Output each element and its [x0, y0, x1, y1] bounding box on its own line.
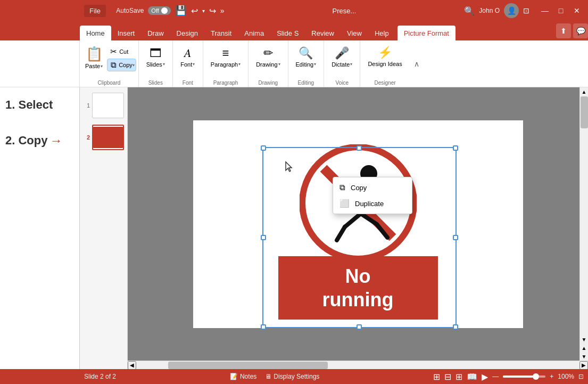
- clipboard-label: Clipboard: [98, 80, 121, 86]
- hscroll-left-button[interactable]: ◀: [128, 361, 136, 370]
- normal-view-icon[interactable]: ⊞: [433, 372, 440, 382]
- undo-dropdown-icon[interactable]: ▾: [202, 8, 205, 14]
- tab-slides[interactable]: Slide S: [270, 26, 305, 40]
- slides-button[interactable]: 🗖 Slides ▾: [143, 44, 168, 70]
- zoom-slider-track[interactable]: [503, 375, 545, 378]
- tab-anima[interactable]: Anima: [238, 26, 270, 40]
- restore-window-icon[interactable]: ⊡: [523, 6, 529, 15]
- paste-button[interactable]: 📋 Paste ▾: [82, 44, 106, 71]
- cut-icon: ✂: [110, 47, 117, 56]
- fit-slide-icon[interactable]: ⊡: [578, 373, 584, 380]
- tab-review[interactable]: Review: [305, 26, 341, 40]
- scroll-track[interactable]: [580, 96, 588, 335]
- undo-icon[interactable]: ↩: [191, 6, 198, 16]
- collapse-ribbon-button[interactable]: ∧: [410, 40, 424, 87]
- toggle-dot: [161, 7, 168, 14]
- drawing-button[interactable]: ✏ Drawing ▾: [253, 44, 283, 70]
- context-copy-label: Copy: [351, 184, 367, 192]
- handle-top-right[interactable]: [453, 145, 458, 151]
- tab-draw[interactable]: Draw: [141, 26, 170, 40]
- autosave-toggle[interactable]: Off: [148, 6, 170, 15]
- save-icon[interactable]: 💾: [175, 5, 187, 17]
- notes-button[interactable]: 📝 Notes: [230, 373, 256, 380]
- scroll-down-button[interactable]: ▼: [580, 335, 589, 344]
- font-icon: 𝐴: [184, 46, 191, 60]
- comment-icon[interactable]: 💬: [573, 23, 588, 38]
- zoom-slider[interactable]: [503, 375, 545, 378]
- design-ideas-button[interactable]: ⚡ Design Ideas: [365, 44, 405, 70]
- paragraph-button[interactable]: ≡ Paragraph ▾: [208, 44, 244, 70]
- redo-icon[interactable]: ↪: [209, 6, 216, 16]
- maximize-button[interactable]: □: [554, 4, 568, 18]
- editing-button[interactable]: 🔍 Editing ▾: [293, 44, 320, 70]
- search-icon[interactable]: 🔍: [464, 6, 475, 16]
- cut-button[interactable]: ✂ Cut: [107, 46, 136, 58]
- file-tab-btn[interactable]: File: [84, 5, 106, 17]
- handle-bottom-right[interactable]: [453, 324, 458, 330]
- tab-transit[interactable]: Transit: [204, 26, 238, 40]
- zoom-slider-thumb[interactable]: [533, 373, 539, 380]
- font-dropdown-icon[interactable]: ▾: [193, 62, 195, 67]
- tab-home[interactable]: Home: [80, 26, 111, 40]
- tab-view[interactable]: View: [341, 26, 368, 40]
- canvas-area[interactable]: No running: [128, 87, 588, 361]
- slide-sorter-icon[interactable]: ⊞: [456, 372, 462, 382]
- user-name: John O: [479, 7, 500, 14]
- reading-view-icon[interactable]: 📖: [467, 372, 477, 382]
- tab-picture-format[interactable]: Picture Format: [397, 26, 456, 40]
- handle-middle-left[interactable]: [261, 235, 266, 240]
- outline-view-icon[interactable]: ⊟: [444, 372, 451, 382]
- scroll-prev-button[interactable]: ▲: [580, 344, 589, 352]
- display-settings-label: Display Settings: [274, 373, 319, 380]
- designer-buttons: ⚡ Design Ideas: [365, 44, 405, 70]
- drawing-label: Drawing: [256, 61, 277, 68]
- paragraph-dropdown-icon[interactable]: ▾: [238, 62, 241, 67]
- slides-dropdown-icon[interactable]: ▾: [163, 62, 165, 67]
- tab-help[interactable]: Help: [368, 26, 395, 40]
- scroll-up-button[interactable]: ▲: [580, 87, 589, 96]
- hscroll-track[interactable]: [136, 361, 579, 369]
- context-menu-duplicate[interactable]: ⬜ Duplicate: [333, 195, 412, 211]
- editing-dropdown-icon[interactable]: ▾: [314, 62, 316, 67]
- drawing-dropdown-icon[interactable]: ▾: [278, 62, 280, 67]
- copy-dropdown-icon[interactable]: ▾: [132, 63, 135, 68]
- display-settings-button[interactable]: 🖥 Display Settings: [265, 373, 319, 380]
- horizontal-scrollbar[interactable]: ◀ ▶: [128, 361, 588, 369]
- slide-preview-2[interactable]: [92, 125, 124, 150]
- step2-text: 2. Copy: [5, 134, 47, 148]
- handle-bottom-center[interactable]: [357, 324, 362, 330]
- notes-icon: 📝: [230, 373, 238, 380]
- slides-group-label: Slides: [148, 80, 163, 86]
- tab-insert[interactable]: Insert: [111, 26, 142, 40]
- font-button[interactable]: 𝐴 Font ▾: [177, 44, 198, 70]
- context-menu: ⧉ Copy ⬜ Duplicate: [333, 177, 412, 214]
- close-button[interactable]: ✕: [570, 4, 584, 18]
- hscroll-thumb[interactable]: [168, 362, 328, 369]
- copy-button[interactable]: ⧉ Copy ▾: [107, 59, 136, 71]
- more-tools-icon[interactable]: »: [220, 6, 225, 15]
- handle-middle-right[interactable]: [453, 235, 458, 240]
- slide-thumb-2[interactable]: 2: [82, 124, 125, 151]
- paste-dropdown-icon[interactable]: ▾: [101, 64, 103, 69]
- zoom-out-icon[interactable]: —: [492, 373, 499, 380]
- dictate-button[interactable]: 🎤 Dictate ▾: [328, 44, 355, 70]
- slideshow-icon[interactable]: ▶: [482, 372, 488, 382]
- slide-thumb-1[interactable]: 1: [82, 92, 125, 119]
- hscroll-right-button[interactable]: ▶: [579, 361, 588, 370]
- autosave-state: Off: [151, 7, 159, 14]
- vertical-scrollbar[interactable]: ▲ ▼ ▲ ▼: [579, 87, 588, 361]
- zoom-in-icon[interactable]: +: [550, 373, 553, 380]
- handle-bottom-left[interactable]: [261, 324, 266, 330]
- design-ideas-icon: ⚡: [378, 46, 392, 60]
- scroll-thumb[interactable]: [581, 96, 588, 128]
- dictate-dropdown-icon[interactable]: ▾: [350, 62, 352, 67]
- minimize-button[interactable]: —: [538, 4, 552, 18]
- context-menu-copy[interactable]: ⧉ Copy: [333, 179, 412, 195]
- editing-buttons: 🔍 Editing ▾: [293, 44, 320, 70]
- share-icon[interactable]: ⬆: [556, 23, 571, 38]
- user-avatar: 👤: [504, 3, 519, 18]
- scroll-next-button[interactable]: ▼: [580, 352, 589, 361]
- tab-design[interactable]: Design: [170, 26, 204, 40]
- slide-preview-1[interactable]: [92, 93, 124, 118]
- handle-top-left[interactable]: [261, 145, 266, 151]
